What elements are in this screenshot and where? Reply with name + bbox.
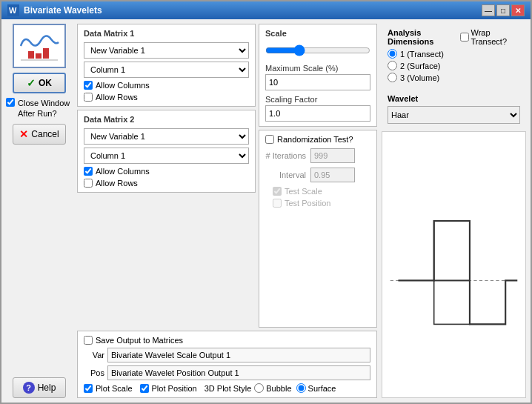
test-scale-row: Test Scale: [273, 187, 370, 196]
analysis-option-1-row: 1 (Transect): [388, 49, 520, 59]
scale-slider[interactable]: [265, 44, 370, 57]
plot-style-label: 3D Plot Style: [205, 384, 252, 393]
plot-scale-checkbox[interactable]: [84, 384, 93, 393]
svg-rect-7: [382, 177, 525, 352]
save-output-header-row: Save Output to Matrices: [84, 336, 370, 345]
middle-panel: Data Matrix 1 New Variable 1 Column 1 Al…: [77, 24, 377, 398]
main-window: W Bivariate Wavelets — □ ✕: [0, 0, 532, 404]
logo-box: [13, 24, 66, 68]
cancel-label: Cancel: [31, 129, 59, 139]
data-matrix-2-box: Data Matrix 2 New Variable 1 Column 1 Al…: [77, 110, 256, 193]
wrap-transect-label[interactable]: Wrap Transect?: [471, 28, 520, 46]
test-scale-checkbox[interactable]: [273, 187, 282, 196]
data-matrix-1-variable-select[interactable]: New Variable 1: [84, 42, 249, 59]
data-matrix-2-column-select[interactable]: Column 1: [84, 148, 249, 164]
randomization-label[interactable]: Randomization Test?: [277, 135, 353, 144]
surface-label[interactable]: Surface: [308, 384, 336, 393]
svg-rect-2: [17, 27, 61, 64]
rand-checks: Test Scale Test Position: [265, 187, 370, 208]
data-matrix-2-allow-rows-label[interactable]: Allow Rows: [96, 179, 138, 188]
close-window-checkbox[interactable]: [6, 98, 15, 107]
wavelet-select[interactable]: Haar: [388, 106, 520, 124]
save-output-box: Save Output to Matrices Var Pos Plot Sca…: [77, 331, 377, 398]
analysis-option-3-radio[interactable]: [388, 73, 397, 82]
svg-rect-4: [36, 53, 41, 59]
data-matrix-1-allow-rows-checkbox[interactable]: [84, 93, 93, 102]
wavelet-title: Wavelet: [388, 94, 520, 103]
scale-box: Scale Maximum Scale (%) Scaling Factor: [259, 24, 377, 127]
data-matrix-2-allow-rows-checkbox[interactable]: [84, 179, 93, 188]
data-matrix-1-allow-rows-row: Allow Rows: [84, 93, 249, 102]
analysis-option-2-radio[interactable]: [388, 61, 397, 70]
data-matrix-2-allow-columns-checkbox[interactable]: [84, 167, 93, 176]
data-matrix-1-box: Data Matrix 1 New Variable 1 Column 1 Al…: [77, 24, 256, 107]
wrap-transect-checkbox[interactable]: [460, 33, 469, 42]
test-scale-label: Test Scale: [285, 187, 322, 196]
data-matrix-2-allow-columns-row: Allow Columns: [84, 167, 249, 176]
analysis-option-2-label[interactable]: 2 (Surface): [400, 62, 440, 70]
scaling-factor-label: Scaling Factor: [265, 95, 370, 104]
analysis-option-1-radio[interactable]: [388, 49, 397, 59]
data-matrix-1-column-select[interactable]: Column 1: [84, 62, 249, 78]
analysis-dimensions-box: Analysis Dimensions Wrap Transect? 1 (Tr…: [382, 24, 526, 87]
cancel-icon: ✕: [19, 128, 28, 140]
minimize-button[interactable]: —: [482, 4, 495, 16]
title-bar: W Bivariate Wavelets — □ ✕: [1, 1, 531, 19]
randomization-checkbox[interactable]: [265, 135, 274, 144]
interval-input[interactable]: [310, 168, 355, 182]
maximize-button[interactable]: □: [496, 4, 510, 16]
plot-scale-row: Plot Scale: [84, 384, 133, 393]
plot-scale-label[interactable]: Plot Scale: [96, 384, 133, 393]
plot-style-group: 3D Plot Style Bubble Surface: [205, 383, 336, 393]
data-matrices-column: Data Matrix 1 New Variable 1 Column 1 Al…: [77, 24, 256, 328]
ok-button[interactable]: ✓ OK: [13, 73, 66, 93]
analysis-option-3-label[interactable]: 3 (Volume): [400, 73, 439, 82]
close-window-label[interactable]: Close Window After Run?: [18, 98, 73, 119]
data-matrix-1-allow-columns-checkbox[interactable]: [84, 81, 93, 90]
analysis-option-1-label[interactable]: 1 (Transect): [400, 50, 444, 59]
window-title: Bivariate Wavelets: [24, 5, 102, 16]
iterations-label: # Iterations: [265, 151, 306, 160]
right-panel: Analysis Dimensions Wrap Transect? 1 (Tr…: [382, 24, 526, 398]
rand-header-row: Randomization Test?: [265, 135, 370, 144]
data-matrix-1-allow-columns-label[interactable]: Allow Columns: [96, 81, 150, 90]
analysis-option-3-row: 3 (Volume): [388, 73, 520, 82]
data-matrix-2-allow-rows-row: Allow Rows: [84, 179, 249, 188]
left-panel: ✓ OK Close Window After Run? ✕ Cancel ? …: [6, 24, 73, 398]
svg-rect-5: [43, 48, 49, 59]
save-output-checkbox[interactable]: [84, 336, 93, 345]
wavelet-logo: [17, 27, 61, 64]
help-button[interactable]: ? Help: [13, 377, 66, 398]
bubble-radio-row: Bubble: [254, 383, 291, 393]
data-matrix-2-variable-select[interactable]: New Variable 1: [84, 128, 249, 145]
surface-radio[interactable]: [296, 383, 306, 393]
var-input[interactable]: [107, 348, 370, 362]
data-matrix-2-allow-columns-label[interactable]: Allow Columns: [96, 167, 150, 176]
haar-chart-area: [382, 131, 526, 398]
max-scale-label: Maximum Scale (%): [265, 64, 370, 73]
save-output-label[interactable]: Save Output to Matrices: [96, 336, 183, 345]
pos-input[interactable]: [107, 365, 370, 380]
plot-position-checkbox[interactable]: [140, 384, 149, 393]
var-label: Var: [84, 351, 104, 360]
plot-position-label[interactable]: Plot Position: [152, 384, 197, 393]
close-button[interactable]: ✕: [511, 4, 525, 16]
iterations-input[interactable]: [310, 148, 355, 163]
test-position-checkbox[interactable]: [273, 199, 282, 208]
bubble-label[interactable]: Bubble: [266, 384, 291, 393]
window-controls: — □ ✕: [482, 4, 525, 16]
scaling-factor-field: Scaling Factor: [265, 95, 370, 122]
bubble-radio[interactable]: [254, 383, 264, 393]
ok-check-icon: ✓: [27, 77, 36, 89]
scaling-factor-input[interactable]: [265, 105, 370, 122]
data-matrix-2-label: Data Matrix 2: [84, 115, 249, 124]
help-icon: ?: [23, 382, 35, 394]
plot-position-row: Plot Position: [140, 384, 197, 393]
test-position-row: Test Position: [273, 199, 370, 208]
analysis-radios: 1 (Transect) 2 (Surface) 3 (Volume): [388, 49, 520, 82]
max-scale-input[interactable]: [265, 74, 370, 90]
bottom-checks-row: Plot Scale Plot Position 3D Plot Style B…: [84, 383, 370, 393]
data-matrix-1-allow-rows-label[interactable]: Allow Rows: [96, 93, 138, 102]
scale-label: Scale: [265, 29, 370, 38]
cancel-button[interactable]: ✕ Cancel: [13, 124, 66, 145]
